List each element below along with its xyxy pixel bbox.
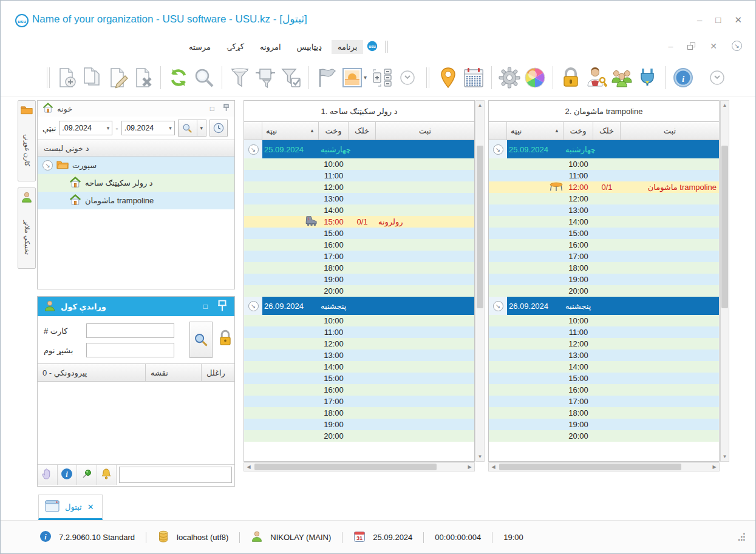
time-slot-row[interactable]: 10:00: [489, 315, 719, 326]
user-key-icon[interactable]: [584, 65, 609, 90]
pushpin-button[interactable]: [77, 465, 97, 485]
time-slot-row[interactable]: 13:00: [489, 350, 719, 361]
time-slot-row[interactable]: 15:00: [489, 373, 719, 384]
time-slot-row[interactable]: 10:00: [244, 158, 474, 170]
menu-item-window[interactable]: کړکۍ: [220, 39, 250, 54]
people-column-header[interactable]: خلک: [593, 122, 621, 140]
time-slot-row[interactable]: 17:00: [244, 396, 474, 407]
time-slot-row[interactable]: 14:00: [244, 361, 474, 373]
chevron-down-icon[interactable]: ▾: [197, 120, 206, 136]
time-slot-row[interactable]: 18:00: [244, 407, 474, 419]
time-slot-row[interactable]: 14:00: [489, 361, 719, 373]
edit-record-icon[interactable]: [104, 65, 130, 90]
time-slot-row[interactable]: 20:00: [489, 430, 719, 442]
time-slot-row[interactable]: 14:00: [244, 204, 474, 216]
time-slot-row[interactable]: 11:00: [244, 170, 474, 181]
copy-record-icon[interactable]: [79, 65, 104, 90]
filter-check-icon[interactable]: [278, 65, 304, 90]
time-slot-row[interactable]: 13:00: [244, 193, 474, 204]
time-slot-row[interactable]: 12:00: [244, 181, 474, 193]
vertical-scrollbar[interactable]: ▲▼: [720, 100, 729, 462]
time-slot-row[interactable]: 12:00: [244, 338, 474, 350]
time-slot-row[interactable]: 20:00: [244, 430, 474, 442]
time-slot-row[interactable]: 11:00: [489, 170, 719, 181]
visitor-search-button[interactable]: [189, 322, 213, 358]
time-slot-row[interactable]: 18:00: [489, 262, 719, 274]
panel-pin-icon[interactable]: [216, 300, 228, 314]
tab-close-icon[interactable]: ✕: [87, 502, 94, 512]
date-from-combo[interactable]: .09.2024▾: [59, 121, 112, 135]
collapse-arrow-icon[interactable]: ↘: [248, 144, 259, 155]
hand-button[interactable]: [38, 465, 58, 485]
panel-pin-icon[interactable]: [223, 104, 230, 113]
tree-item-roller-skating[interactable]: د رولر سکيټنګ ساحه: [38, 174, 234, 192]
collapse-arrow-icon[interactable]: ↘: [493, 144, 503, 155]
time-slot-row[interactable]: 20:00: [244, 285, 474, 297]
calendar-icon[interactable]: [461, 65, 486, 90]
location-pin-icon[interactable]: [435, 65, 461, 90]
time-slot-row[interactable]: 19:00: [489, 274, 719, 285]
settings-gear-icon[interactable]: [497, 65, 522, 90]
date-to-combo[interactable]: .09.2024▾: [121, 121, 175, 135]
clock-button[interactable]: [209, 120, 228, 137]
bell-button[interactable]: [97, 465, 117, 485]
time-column-header[interactable]: وخت: [564, 122, 593, 140]
time-slot-row[interactable]: 10:00: [244, 315, 474, 326]
people-column-header[interactable]: خلک: [349, 122, 376, 140]
collapse-arrow-icon[interactable]: ↘: [493, 301, 503, 311]
tree-item-sport[interactable]: ↘ سپورت: [38, 157, 234, 174]
color-wheel-icon[interactable]: [522, 65, 548, 90]
close-button[interactable]: ✕: [734, 15, 742, 25]
booking-row[interactable]: 12:00 0/1 ماشومان trampoline: [489, 181, 719, 193]
time-slot-row[interactable]: 17:00: [489, 396, 719, 407]
delete-record-icon[interactable]: [130, 65, 155, 90]
vertical-scrollbar[interactable]: ▲▼: [475, 100, 485, 462]
time-slot-row[interactable]: 12:00: [489, 193, 719, 204]
record-column-header[interactable]: ثبت: [376, 122, 474, 140]
mdi-close-button[interactable]: ✕: [710, 41, 717, 51]
date-group-row[interactable]: ↘ 25.09.2024 چهارشنبه: [489, 140, 719, 158]
resize-grip[interactable]: ••••••: [738, 533, 746, 542]
time-slot-row[interactable]: 11:00: [244, 326, 474, 338]
time-slot-row[interactable]: 19:00: [244, 274, 474, 285]
info-icon[interactable]: i: [670, 65, 696, 90]
filter-panels-icon[interactable]: [253, 65, 278, 90]
new-record-icon[interactable]: [53, 65, 79, 90]
rooms-search-button[interactable]: ▾: [178, 120, 206, 137]
collapse-arrow-icon[interactable]: ↘: [248, 301, 259, 311]
time-slot-row[interactable]: 17:00: [489, 251, 719, 262]
counters-icon[interactable]: [369, 65, 395, 90]
time-slot-row[interactable]: 16:00: [244, 384, 474, 396]
toolbar-grip-2[interactable]: [426, 67, 429, 88]
mdi-restore-button[interactable]: [687, 42, 695, 50]
date-group-row[interactable]: ↘ 25.09.2024 چهارشنبه: [244, 140, 474, 158]
picture-dropdown-arrow[interactable]: ▾: [364, 74, 367, 81]
refresh-icon[interactable]: [166, 65, 191, 90]
card-number-input[interactable]: [86, 323, 174, 338]
panel-maximize-icon[interactable]: □: [203, 302, 208, 311]
side-tab-user-prefs[interactable]: کارن غوړنۍ: [18, 100, 36, 181]
date-group-row[interactable]: ↘ 26.09.2024 پنجشنبه: [489, 297, 719, 315]
date-column-header[interactable]: نيټه▲: [507, 122, 564, 140]
menu-item-program[interactable]: برنامه: [332, 40, 363, 54]
menu-item-commands[interactable]: امرونه: [254, 40, 287, 54]
plug-icon[interactable]: [635, 65, 660, 90]
time-slot-row[interactable]: 20:00: [489, 285, 719, 297]
time-slot-row[interactable]: 16:00: [244, 239, 474, 251]
time-slot-row[interactable]: 11:00: [489, 326, 719, 338]
flag-icon[interactable]: [314, 65, 339, 90]
time-slot-row[interactable]: 18:00: [244, 262, 474, 274]
time-slot-row[interactable]: 13:00: [489, 204, 719, 216]
time-column-header[interactable]: وخت: [319, 122, 349, 140]
time-slot-row[interactable]: 17:00: [244, 251, 474, 262]
time-slot-row[interactable]: 13:00: [244, 350, 474, 361]
overflow-chevron-icon-2[interactable]: [704, 65, 730, 90]
map-column-header[interactable]: نقشه: [146, 364, 202, 381]
info-button[interactable]: i: [58, 465, 78, 485]
time-slot-row[interactable]: 16:00: [489, 239, 719, 251]
lock-icon[interactable]: [558, 65, 584, 90]
lock-icon[interactable]: [217, 329, 233, 348]
menu-grip[interactable]: [385, 41, 388, 53]
users-group-icon[interactable]: [609, 65, 635, 90]
side-tab-tech-support[interactable]: تخنيکي ملاتړ: [18, 187, 36, 269]
